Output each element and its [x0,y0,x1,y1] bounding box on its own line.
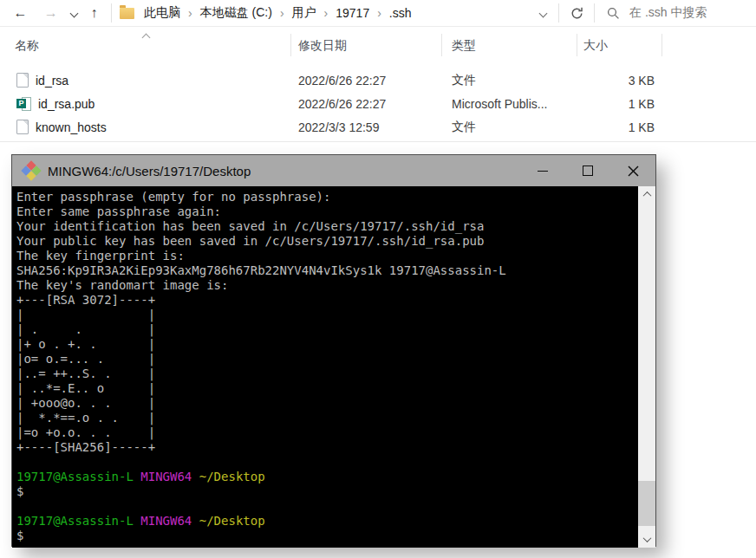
file-name-cell: id_rsa [0,73,291,88]
refresh-icon [570,6,584,21]
column-header-spacer [662,34,756,56]
scrollbar-thumb[interactable] [638,481,655,526]
explorer-toolbar: ← → ↑ 此电脑›本地磁盘 (C:)›用户›19717›.ssh [0,0,756,27]
publisher-file-icon: P [16,97,31,111]
close-icon [628,165,639,177]
breadcrumb-item[interactable]: 用户 [286,5,323,21]
scroll-up-button[interactable] [638,186,655,203]
history-chevron-icon[interactable] [70,9,79,17]
maximize-button[interactable] [565,155,610,186]
prompt-symbol: $ [16,529,23,542]
scroll-down-button[interactable] [638,531,655,548]
column-header-date[interactable]: 修改日期 [291,34,442,56]
file-type: Microsoft Publis... [442,97,577,111]
column-header-size[interactable]: 大小 [577,34,662,56]
search-placeholder: 在 .ssh 中搜索 [629,5,707,21]
breadcrumb-separator-icon: › [278,6,286,20]
file-size: 1 KB [577,120,662,134]
file-name: id_rsa [36,74,68,88]
nav-buttons: ← → ↑ [0,4,111,22]
breadcrumb-item[interactable]: .ssh [383,6,418,20]
file-name-cell: known_hosts [0,120,291,134]
explorer-bottom-edge [0,141,756,142]
terminal-output: Enter passphrase (empty for no passphras… [16,190,506,454]
breadcrumb-separator-icon: › [186,6,194,20]
file-row[interactable]: known_hosts2022/3/3 12:59文件1 KB [0,115,756,139]
address-bar[interactable]: 此电脑›本地磁盘 (C:)›用户›19717›.ssh [112,0,558,26]
terminal-title: MINGW64:/c/Users/19717/Desktop [48,164,251,178]
breadcrumb: 此电脑›本地磁盘 (C:)›用户›19717›.ssh [138,5,418,21]
file-icon [16,73,29,88]
desktop: ← → ↑ 此电脑›本地磁盘 (C:)›用户›19717›.ssh [0,0,756,558]
terminal-scrollbar[interactable] [638,186,655,548]
file-name: id_rsa.pub [38,97,94,111]
minimize-button[interactable] [520,155,565,186]
breadcrumb-item[interactable]: 本地磁盘 (C:) [194,5,278,21]
column-header-name[interactable]: 名称 [0,34,291,56]
chevron-up-icon [642,191,651,200]
file-icon [16,120,29,134]
file-name: known_hosts [36,120,107,134]
prompt-env: MINGW64 [140,470,192,483]
up-icon[interactable]: ↑ [88,4,101,22]
terminal-content[interactable]: Enter passphrase (empty for no passphras… [12,186,635,543]
file-name-cell: Pid_rsa.pub [0,97,291,111]
file-date: 2022/3/3 12:59 [291,120,442,134]
back-icon[interactable]: ← [10,4,30,22]
prompt-path: ~/Desktop [199,514,265,528]
file-date: 2022/6/26 22:27 [291,74,442,88]
breadcrumb-item[interactable]: 19717 [329,6,375,20]
address-dropdown-icon[interactable] [539,9,548,17]
file-row[interactable]: id_rsa2022/6/26 22:27文件3 KB [0,68,756,92]
chevron-down-icon [642,534,651,542]
prompt-env: MINGW64 [140,514,192,528]
folder-icon [120,8,134,19]
window-controls [520,155,655,186]
prompt-path: ~/Desktop [199,470,265,483]
column-header-type[interactable]: 类型 [442,34,577,56]
prompt-user-host: 19717@Assassin-L [16,514,134,528]
file-date: 2022/6/26 22:27 [291,97,442,111]
msys2-logo-icon[interactable] [23,162,40,179]
refresh-button[interactable] [559,6,594,21]
breadcrumb-item[interactable]: 此电脑 [138,5,186,21]
maximize-icon [583,165,593,176]
breadcrumb-separator-icon: › [323,6,330,20]
minimize-icon [538,171,548,172]
search-input[interactable]: 在 .ssh 中搜索 [595,0,756,26]
terminal-body: Enter passphrase (empty for no passphras… [12,186,655,548]
file-type: 文件 [442,120,577,135]
forward-icon[interactable]: → [41,4,62,22]
prompt-symbol: $ [16,484,23,498]
file-row[interactable]: Pid_rsa.pub2022/6/26 22:27Microsoft Publ… [0,92,756,115]
close-button[interactable] [610,155,655,186]
file-list: id_rsa2022/6/26 22:27文件3 KBPid_rsa.pub20… [0,68,756,139]
mintty-terminal-window: MINGW64:/c/Users/19717/Desktop Enter pas… [11,154,656,547]
file-type: 文件 [442,73,577,88]
file-size: 3 KB [577,74,662,88]
search-icon [607,7,620,20]
terminal-titlebar[interactable]: MINGW64:/c/Users/19717/Desktop [12,155,655,186]
breadcrumb-separator-icon: › [375,6,383,20]
column-headers: 名称 修改日期 类型 大小 [0,31,756,59]
file-size: 1 KB [577,97,662,111]
prompt-user-host: 19717@Assassin-L [16,470,134,483]
